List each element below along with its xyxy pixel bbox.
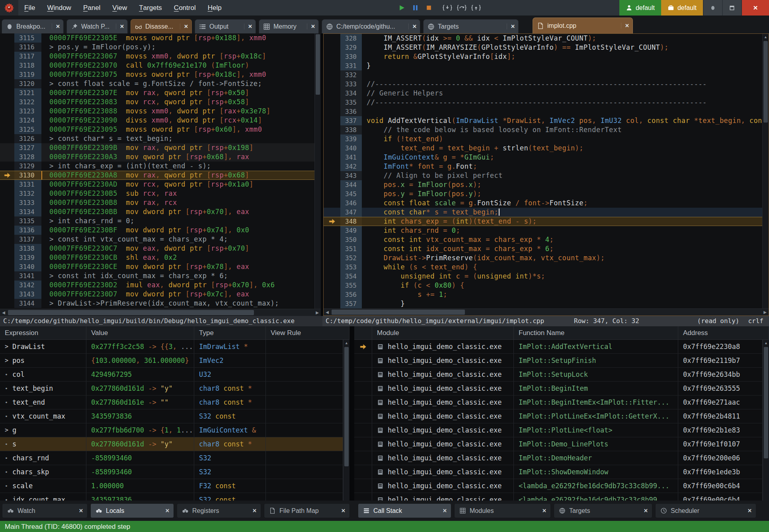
- disasm-row[interactable]: 314000007FF69E2230CE mov dword ptr [rsp+…: [0, 262, 321, 271]
- scrollbar-thumb[interactable]: [316, 34, 320, 95]
- disasm-row[interactable]: 311900007FF69E223075 movss oword ptr [rs…: [0, 70, 321, 79]
- breakpoint-gutter[interactable]: [324, 272, 340, 281]
- locals-row[interactable]: >pos{103.000000, 361.000000}ImVec2: [0, 354, 343, 368]
- breakpoint-gutter[interactable]: [0, 70, 14, 79]
- source-row[interactable]: 336: [324, 107, 769, 116]
- breakpoint-gutter[interactable]: [0, 52, 14, 61]
- callstack-frame-row[interactable]: hello_imgui_demo_classic.exeImPlot::Begi…: [354, 382, 763, 396]
- breakpoint-gutter[interactable]: [0, 299, 14, 308]
- source-row[interactable]: 335//-----------------------------------…: [324, 98, 769, 107]
- expression-cell[interactable]: •col: [0, 368, 86, 381]
- menu-control[interactable]: Control: [168, 0, 202, 16]
- source-view[interactable]: 328 IM_ASSERT(idx >= 0 && idx < ImPlotSt…: [324, 34, 769, 308]
- close-tab-icon[interactable]: ✕: [507, 23, 515, 29]
- source-row[interactable]: 350 const int vtx_count_max = chars_exp …: [324, 235, 769, 244]
- step-over-button[interactable]: [456, 3, 468, 13]
- source-row[interactable]: 340 text_end = text_begin + strlen(text_…: [324, 144, 769, 153]
- close-tab-icon[interactable]: ✕: [244, 23, 252, 29]
- breakpoint-gutter[interactable]: [0, 33, 14, 43]
- disasm-row[interactable]: 311700007FF69E223067 movss xmm0, dword p…: [0, 52, 321, 61]
- source-row[interactable]: 347 const char* s = text_begin;: [324, 208, 769, 217]
- source-row[interactable]: 341 ImGuiContext& g = *GImGui;: [324, 153, 769, 162]
- source-row[interactable]: 346 const float scale = g.FontSize / fon…: [324, 199, 769, 208]
- scrollbar-thumb[interactable]: [763, 41, 768, 123]
- breakpoint-gutter[interactable]: [0, 61, 14, 70]
- source-row[interactable]: 328 IM_ASSERT(idx >= 0 && idx < ImPlotSt…: [324, 34, 769, 43]
- locals-row[interactable]: •vtx_count_max3435973836S32 const: [0, 409, 343, 423]
- callstack-frame-row[interactable]: hello_imgui_demo_classic.exeImPlot::Plot…: [354, 409, 763, 423]
- breakpoint-gutter[interactable]: [324, 189, 340, 199]
- source-row[interactable]: 339 if (!text_end): [324, 134, 769, 144]
- current-instruction-arrow-icon[interactable]: [0, 171, 14, 179]
- locals-row[interactable]: •chars_rnd-858993460S32: [0, 451, 343, 465]
- disasm-row[interactable]: 312100007FF69E22307E mov rax, qword ptr …: [0, 88, 321, 97]
- disasm-row[interactable]: 311500007FF69E22305E movss oword ptr [rs…: [0, 33, 321, 43]
- source-row[interactable]: 331}: [324, 61, 769, 70]
- scroll-up-icon[interactable]: ▲: [763, 34, 769, 40]
- scroll-left-icon[interactable]: ◀: [324, 309, 331, 316]
- close-tab-icon[interactable]: ✕: [408, 23, 417, 29]
- disasm-row[interactable]: 312200007FF69E223083 mov rcx, qword ptr …: [0, 97, 321, 107]
- close-tab-icon[interactable]: ✕: [443, 508, 447, 514]
- breakpoint-gutter[interactable]: [324, 199, 340, 208]
- disasm-row[interactable]: 314300007FF69E2230D7 mov dword ptr [rsp+…: [0, 290, 321, 299]
- breakpoint-gutter[interactable]: [0, 207, 14, 216]
- source-row[interactable]: 334// Generic Helpers: [324, 89, 769, 98]
- menu-file[interactable]: File: [18, 0, 41, 16]
- source-row[interactable]: 357 }: [324, 299, 769, 308]
- source-row[interactable]: 338 // the code below is based loosely o…: [324, 125, 769, 134]
- breakpoint-gutter[interactable]: [0, 88, 14, 97]
- source-row[interactable]: 342 ImFont* font = g.Font;: [324, 162, 769, 171]
- panel-tab-targets[interactable]: Targets✕: [554, 503, 652, 518]
- source-row[interactable]: 345 pos.y = ImFloor(pos.y);: [324, 189, 769, 199]
- scrollbar-thumb[interactable]: [332, 310, 465, 315]
- maximize-button[interactable]: [723, 0, 741, 16]
- menu-targets[interactable]: Targets: [133, 0, 168, 16]
- breakpoint-gutter[interactable]: [324, 144, 340, 153]
- locals-row[interactable]: •chars_skp-858993460S32: [0, 465, 343, 479]
- expression-cell[interactable]: •scale: [0, 479, 86, 493]
- panel-tab-file-path-map[interactable]: File Path Map✕: [264, 503, 350, 518]
- scrollbar-thumb[interactable]: [8, 310, 254, 315]
- breakpoint-gutter[interactable]: [324, 116, 340, 125]
- breakpoint-gutter[interactable]: [324, 162, 340, 171]
- stop-button[interactable]: [424, 3, 434, 13]
- scroll-up-icon[interactable]: ▲: [763, 340, 769, 346]
- breakpoint-gutter[interactable]: [324, 263, 340, 272]
- panel-tab-registers[interactable]: Registers✕: [177, 503, 261, 518]
- breakpoint-gutter[interactable]: [0, 198, 14, 207]
- disasm-row[interactable]: 313400007FF69E2230BB mov dword ptr [rsp+…: [0, 207, 321, 216]
- disasm-row[interactable]: 3141> const int idx_count_max = chars_ex…: [0, 271, 321, 281]
- expression-cell[interactable]: >pos: [0, 354, 86, 367]
- expression-cell[interactable]: •text_end: [0, 396, 86, 409]
- callstack-frame-row[interactable]: hello_imgui_demo_classic.exeImPlot::Begi…: [354, 396, 763, 409]
- breakpoint-gutter[interactable]: [324, 208, 340, 217]
- close-tab-icon[interactable]: ✕: [165, 508, 170, 514]
- breakpoint-gutter[interactable]: [324, 80, 340, 89]
- breakpoint-gutter[interactable]: [0, 226, 14, 235]
- close-tab-icon[interactable]: ✕: [252, 508, 257, 514]
- disasm-row[interactable]: 313800007FF69E2230C7 mov eax, dword ptr …: [0, 244, 321, 253]
- breakpoint-gutter[interactable]: [324, 290, 340, 299]
- continue-button[interactable]: [397, 3, 407, 13]
- breakpoint-gutter[interactable]: [0, 152, 14, 162]
- disasm-row[interactable]: 3120> const float scale = g.FontSize / f…: [0, 79, 321, 88]
- disasm-row[interactable]: 3116> pos.y = ImFloor(pos.y);: [0, 43, 321, 52]
- source-row[interactable]: 349 int chars_rnd = 0;: [324, 226, 769, 235]
- source-row[interactable]: 343 // Align to be pixel perfect: [324, 171, 769, 180]
- panel-splitter[interactable]: [349, 326, 354, 501]
- callstack-frame-row[interactable]: hello_imgui_demo_classic.exeImPlot::Setu…: [354, 368, 763, 382]
- menu-window[interactable]: Window: [41, 0, 77, 16]
- breakpoint-gutter[interactable]: [0, 253, 14, 262]
- close-tab-icon[interactable]: ✕: [542, 508, 546, 514]
- breakpoint-gutter[interactable]: [0, 97, 14, 107]
- breakpoint-gutter[interactable]: [0, 43, 14, 52]
- locals-row[interactable]: •col4294967295U32: [0, 368, 343, 382]
- panel-tab-call-stack[interactable]: Call Stack✕: [358, 503, 451, 518]
- locals-row[interactable]: >g0x277fbb6d700 -> {1, 1...ImGuiContext …: [0, 423, 343, 437]
- disasm-row[interactable]: 312800007FF69E2230A3 mov qword ptr [rsp+…: [0, 152, 321, 162]
- scrollbar-thumb[interactable]: [764, 347, 768, 458]
- breakpoint-gutter[interactable]: [324, 180, 340, 189]
- close-tab-icon[interactable]: ✕: [621, 23, 629, 29]
- user-profile-button[interactable]: default: [619, 0, 661, 16]
